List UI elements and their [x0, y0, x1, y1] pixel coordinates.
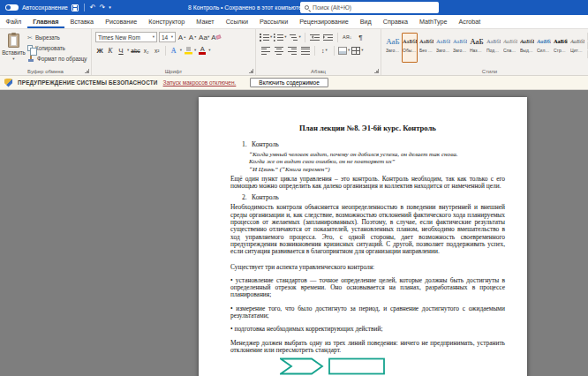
clipboard-group-label: Буфер обмена	[0, 69, 91, 74]
style-chip-slaboe-vydelenie[interactable]: АаБбВвГгСлабое выделение	[502, 33, 518, 63]
change-case-letters: Аа	[199, 34, 207, 41]
subscript-button[interactable]: х₂	[142, 45, 151, 56]
clipboard-group: Вставить ▾ ✂ Вырезать Копировать Формат …	[0, 29, 92, 75]
tab-file[interactable]: Файл	[0, 15, 27, 28]
highlight-button[interactable]	[184, 45, 192, 56]
bullets-button[interactable]: ▾	[260, 32, 272, 42]
increase-indent-button[interactable]	[322, 32, 334, 42]
font-size-select[interactable]: 14 ▾	[159, 32, 176, 42]
multilevel-list-button[interactable]: ▾	[289, 32, 301, 42]
tab-home[interactable]: Главная	[27, 15, 64, 28]
justify-icon	[301, 47, 310, 55]
shading-dropdown-icon: ▾	[348, 49, 350, 53]
italic-button[interactable]: К	[106, 45, 115, 56]
style-chip-zagolovok-1[interactable]: АаБбВЗаголовок 1	[435, 33, 451, 63]
tab-review[interactable]: Рецензирование	[294, 15, 355, 28]
tab-mathtype[interactable]: MathType	[413, 15, 453, 28]
shrink-font-letter: А	[189, 34, 193, 41]
style-chip-zagolovok[interactable]: АаБЗаголовок	[385, 33, 401, 63]
styles-group-label: Стили	[381, 69, 588, 74]
scissors-icon: ✂	[27, 34, 33, 41]
document-title[interactable]: 8 Контроль • Сохранено в этот компьютере	[188, 0, 308, 15]
decrease-indent-button[interactable]	[309, 32, 320, 42]
tab-insert[interactable]: Вставка	[64, 15, 100, 28]
tab-references[interactable]: Ссылки	[220, 15, 253, 28]
style-chip-obychny[interactable]: АаБбВвГгОбычный	[402, 33, 418, 63]
tab-mailings[interactable]: Рассылки	[253, 15, 293, 28]
shrink-font-button[interactable]: А ▾	[188, 32, 197, 42]
align-center-button[interactable]	[273, 45, 284, 56]
style-chip-zagolovok-2[interactable]: АаБбВЗаголовок 2	[452, 33, 468, 63]
clipboard-dialog-launcher-icon[interactable]	[85, 69, 89, 73]
bullets-icon	[260, 34, 269, 41]
font-group-label: Шрифт	[92, 69, 255, 74]
search-box[interactable]: Поиск (Alt+Ю)	[300, 2, 439, 13]
redo-icon[interactable]: ↷	[100, 4, 106, 11]
superscript-button[interactable]: х²	[153, 45, 162, 56]
font-divider	[165, 46, 166, 56]
text-effects-button[interactable]: А	[170, 45, 178, 56]
line-spacing-button[interactable]: ↕▾	[319, 45, 330, 56]
grow-font-button[interactable]: А ▴	[177, 32, 186, 42]
highlight-dropdown-icon[interactable]: ▾	[194, 49, 196, 53]
align-left-button[interactable]	[260, 45, 271, 56]
text-effects-dropdown-icon[interactable]: ▾	[180, 49, 182, 53]
smartart-shapes[interactable]	[280, 357, 505, 375]
document-page[interactable]: План лекции №8. Э1-6й курс. Контроль 1. …	[199, 97, 527, 376]
paragraph-divider	[305, 33, 305, 42]
shading-button[interactable]: ▾	[338, 45, 350, 56]
font-color-dropdown-icon[interactable]: ▾	[208, 49, 210, 53]
save-icon[interactable]	[72, 4, 79, 11]
tab-draw[interactable]: Рисование	[100, 15, 143, 28]
paste-label: Вставить	[2, 49, 26, 56]
font-color-bar-icon	[199, 52, 206, 55]
clear-formatting-button[interactable]: А	[211, 32, 221, 42]
process-shapes-svg	[280, 357, 388, 375]
show-marks-button[interactable]: ¶	[355, 32, 366, 42]
tab-design[interactable]: Конструктор	[143, 15, 191, 28]
paste-dropdown-icon[interactable]: ▾	[12, 57, 14, 62]
multilevel-list-icon	[289, 34, 298, 41]
undo-icon[interactable]: ↶	[90, 4, 96, 11]
cut-button[interactable]: ✂ Вырезать	[27, 34, 87, 41]
style-chip-bez-intervala[interactable]: АаБбВвГгБез интервала	[418, 33, 434, 63]
bullets-dropdown-icon: ▾	[270, 35, 272, 40]
font-size-dropdown-icon[interactable]: ▾	[171, 35, 173, 40]
tab-acrobat[interactable]: Acrobat	[453, 15, 486, 28]
style-chip-podzagolovok[interactable]: АаБбВвГгПодзаголовок	[486, 33, 501, 63]
sort-button[interactable]: АЯ↓	[342, 32, 353, 42]
font-name-select[interactable]: Times New Rom ▾	[95, 32, 157, 42]
borders-button[interactable]: ▾	[351, 45, 363, 56]
list-number: 1.	[242, 140, 252, 148]
list-text: Контроль	[252, 193, 279, 201]
clear-formatting-letter: А	[211, 34, 215, 41]
style-chip-strogiy[interactable]: АаБбВвГгСтрогий	[553, 33, 569, 63]
font-color-button[interactable]: А	[198, 45, 207, 56]
change-case-button[interactable]: Аа ▾	[199, 32, 209, 42]
font-dialog-launcher-icon[interactable]	[249, 69, 253, 73]
numbering-button[interactable]: ▾	[274, 32, 286, 42]
tab-layout[interactable]: Макет	[191, 15, 220, 28]
font-name-dropdown-icon[interactable]: ▾	[153, 35, 155, 40]
style-chip-vydelenie[interactable]: АаБбВвГгВыделение	[519, 33, 535, 63]
qat-more-chevron-icon[interactable]: ▾	[109, 5, 111, 10]
tab-view[interactable]: Вид	[354, 15, 377, 28]
pilcrow-icon: ¶	[358, 34, 362, 41]
enable-content-button[interactable]: Включить содержимое	[250, 78, 328, 87]
align-right-button[interactable]	[286, 45, 298, 56]
document-canvas[interactable]: План лекции №8. Э1-6й курс. Контроль 1. …	[0, 90, 588, 376]
style-chip-nazvanie[interactable]: АаБНазвание	[469, 33, 485, 63]
format-painter-button[interactable]: Формат по образцу	[27, 55, 87, 63]
autosave-toggle[interactable]	[5, 4, 19, 11]
justify-button[interactable]	[299, 45, 311, 56]
copy-button[interactable]: Копировать	[27, 44, 87, 52]
bold-button[interactable]: Ж	[95, 45, 104, 56]
paragraph-dialog-launcher-icon[interactable]	[374, 69, 379, 73]
style-chip-silnoe-vydelenie[interactable]: АаБбВвГгСильное выделение	[536, 33, 552, 63]
strikethrough-button[interactable]: abc	[131, 45, 139, 56]
macros-disabled-link[interactable]: Запуск макросов отключен.	[163, 79, 237, 86]
tab-help[interactable]: Справка	[377, 15, 413, 28]
underline-button[interactable]: Ч	[117, 45, 125, 56]
underline-dropdown-icon[interactable]: ▾	[127, 49, 129, 53]
style-chip-tsitata-2[interactable]: АаБбВвГгЦитата 2	[569, 33, 585, 63]
